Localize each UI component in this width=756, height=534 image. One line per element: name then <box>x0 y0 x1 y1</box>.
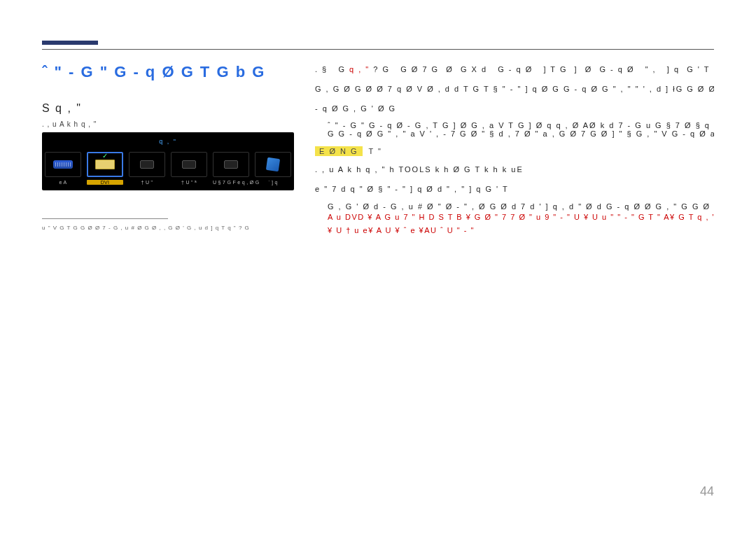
footnote-divider <box>42 218 168 219</box>
body-paragraph: . , u A k h q , " h TOOLS k h Ø G T k h … <box>315 163 714 177</box>
header-divider <box>42 49 714 50</box>
warning-text: ¥ U † u e¥ A U ¥ ˆ e ¥AU ˆ U " - " <box>315 224 714 237</box>
right-column: . § G q , " ? G G Ø 7 G Ø G X d G - q Ø … <box>315 63 714 237</box>
source-label: DVI <box>87 180 123 185</box>
page-number: 44 <box>700 484 714 499</box>
source-item-hdmi2[interactable] <box>171 152 207 177</box>
source-labels-row: e A DVI † U " † U " ª U § 7 G F e q , Ø … <box>42 178 294 190</box>
footnote-text: u " V G T G G Ø Ø 7 - G , u # Ø G Ø , , … <box>42 225 294 231</box>
body-paragraph: - q Ø G , G ' Ø G <box>315 102 714 116</box>
displayport-icon <box>224 160 238 169</box>
warning-text: A u DVD ¥ A G u 7 " H D S T B ¥ G Ø " 7 … <box>315 211 714 224</box>
page-title: ˆ " - G " G - q Ø G T G b G <box>42 63 294 81</box>
source-item-dvi[interactable]: ✓ <box>87 152 123 177</box>
source-label: † U " <box>129 180 165 185</box>
source-label: e A <box>45 180 81 185</box>
hdmi-icon <box>140 160 154 169</box>
main-content: ˆ " - G " G - q Ø G T G b G S q , " . , … <box>42 63 714 237</box>
source-item-hdmi1[interactable] <box>129 152 165 177</box>
source-panel: q , " ✓ <box>42 132 294 190</box>
body-paragraph: . § G q , " ? G G Ø 7 G Ø G X d G - q Ø … <box>315 63 714 77</box>
source-label: ` ] q <box>255 180 291 185</box>
left-column: ˆ " - G " G - q Ø G T G b G S q , " . , … <box>42 63 294 237</box>
source-item-displayport[interactable] <box>213 152 249 177</box>
source-item-magicinfo[interactable] <box>255 152 291 177</box>
dvi-icon <box>95 160 115 169</box>
source-list-caption: . , u A k h q , " <box>42 120 294 128</box>
source-label: † U " ª <box>171 180 207 185</box>
body-paragraph: G , G Ø G Ø Ø 7 q Ø V Ø , d d T G T § " … <box>315 83 714 97</box>
body-paragraph: e " 7 d q " Ø § " - " ] q Ø d " , " ] q … <box>315 183 714 197</box>
checkmark-icon: ✓ <box>102 152 108 160</box>
highlight-rest: T " <box>365 147 382 155</box>
section-heading: S q , " <box>42 102 294 115</box>
body-indent: G G - q Ø G " , " a V ' , - 7 G Ø " § d … <box>315 129 714 138</box>
body-indent: G , G ' Ø d - G , u # Ø " Ø - " , Ø G Ø … <box>315 202 714 211</box>
source-icons-row: ✓ <box>42 148 294 178</box>
header-accent-bar <box>42 41 98 45</box>
highlight-label: E Ø N G <box>315 146 363 156</box>
source-item-vga[interactable] <box>45 152 81 177</box>
edit-name-heading: E Ø N G T " <box>315 138 714 163</box>
source-label: U § 7 G F e q , Ø G <box>213 180 249 185</box>
vga-icon <box>53 160 73 169</box>
cube-icon <box>266 157 280 171</box>
hdmi-icon <box>182 160 196 169</box>
red-inline: q , " <box>349 65 370 73</box>
source-panel-title: q , " <box>42 132 294 148</box>
body-indent: ˆ " - G " G - q Ø - G , T G ] Ø G , a V … <box>315 121 714 129</box>
